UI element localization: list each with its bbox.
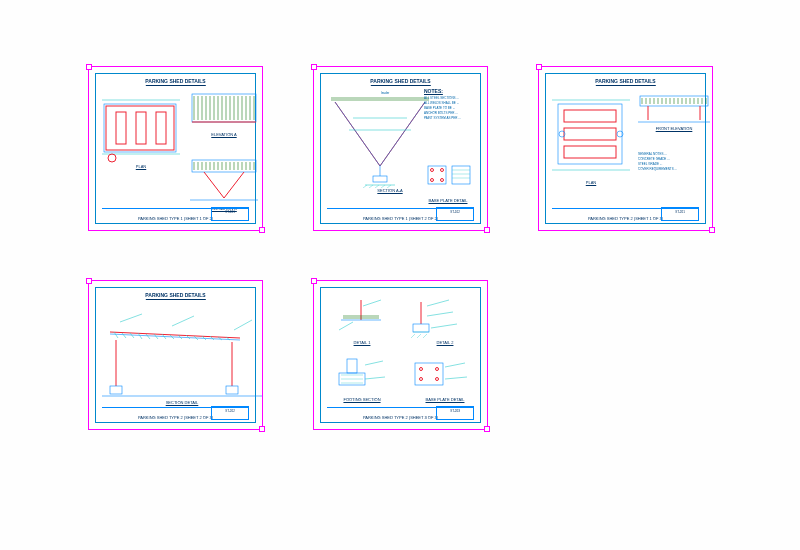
plan-view: PLAN [102,92,180,164]
section-detail-label: SECTION DETAIL [102,400,262,405]
title-block: PARKING SHED TYPE 1 (SHEET 2 OF 2) ST-10… [327,208,474,221]
title-block: PARKING SHED TYPE 2 (SHEET 3 OF 3) ST-20… [327,407,474,420]
drawing-frame: PARKING SHED DETAILS PLAN FRONT ELEVATIO… [545,73,706,224]
detail-2-label: DETAIL 2 [409,340,481,345]
sheet-4: PARKING SHED DETAILS SECTION DETAIL PARK… [88,280,263,430]
svg-line-147 [445,363,465,367]
svg-rect-26 [192,160,256,172]
plan-label: PLAN [552,180,630,185]
svg-rect-1 [104,104,176,152]
sheet-caption: PARKING SHED TYPE 1 (SHEET 1 OF 2) [138,216,213,221]
svg-point-7 [108,154,116,162]
svg-rect-69 [564,146,616,158]
detail-2: DETAIL 2 [409,296,481,345]
drawing-frame: PARKING SHED DETAILS PLAN ELEVATION A EL… [95,73,256,224]
title-block: PARKING SHED TYPE 2 (SHEET 1 OF 3) ST-20… [552,208,699,221]
sheet-caption: PARKING SHED TYPE 2 (SHEET 2 OF 3) [138,415,213,420]
footing-section: FOOTING SECTION [333,357,391,402]
svg-rect-8 [192,94,256,122]
sheet-2: PARKING SHED DETAILS leader SECTION A-A … [313,66,488,231]
sheet-3: PARKING SHED DETAILS PLAN FRONT ELEVATIO… [538,66,713,231]
sheet-1: PARKING SHED DETAILS PLAN ELEVATION A EL… [88,66,263,231]
sheet-caption: PARKING SHED TYPE 2 (SHEET 1 OF 3) [588,216,663,221]
svg-line-133 [427,312,453,316]
detail-1: DETAIL 1 [333,296,391,345]
base-plate-detail: BASE PLATE DETAIL [422,162,474,203]
elevation-a: ELEVATION A [188,90,260,142]
svg-rect-67 [564,110,616,122]
svg-line-132 [427,300,449,306]
sheet-caption: PARKING SHED TYPE 1 (SHEET 2 OF 2) [363,216,438,221]
svg-point-143 [420,368,423,371]
svg-point-60 [431,179,434,182]
svg-line-125 [339,322,353,330]
svg-text:leader: leader [381,91,389,95]
svg-rect-114 [110,386,122,394]
sheet-number: ST-102 [436,207,474,221]
elevation-a-label: ELEVATION A [188,132,260,137]
svg-rect-3 [136,112,146,144]
svg-line-97 [114,332,118,338]
front-elevation: FRONT ELEVATION [638,94,710,134]
section-view: leader SECTION A-A [325,88,435,198]
svg-line-130 [417,334,421,338]
svg-rect-62 [452,166,470,184]
notes-text: ALL STEEL SECTIONS ... ALL WELDS SHALL B… [424,96,474,120]
svg-point-145 [420,378,423,381]
svg-rect-135 [347,359,357,373]
drawing-frame: DETAIL 1 DETAIL 2 FOOTING SECTION BASE P… [320,287,481,423]
svg-line-140 [365,361,383,365]
svg-point-146 [436,378,439,381]
sheet-title: PARKING SHED DETAILS [370,78,430,86]
sheet-number: ST-201 [661,207,699,221]
svg-line-118 [172,316,194,326]
sheet-caption: PARKING SHED TYPE 2 (SHEET 3 OF 3) [363,415,438,420]
sheet-number: ST-202 [211,406,249,420]
sheet-5: DETAIL 1 DETAIL 2 FOOTING SECTION BASE P… [313,280,488,430]
base-plate-label: BASE PLATE DETAIL [422,198,474,203]
notes-block: NOTES: ALL STEEL SECTIONS ... ALL WELDS … [424,88,474,121]
title-block: PARKING SHED TYPE 2 (SHEET 2 OF 3) ST-20… [102,407,249,420]
svg-rect-127 [413,324,429,332]
svg-point-58 [431,169,434,172]
drawing-frame: PARKING SHED DETAILS SECTION DETAIL PARK… [95,287,256,423]
elevation-b: ELEVATION B [188,158,260,214]
sheet-number: ST-203 [436,406,474,420]
svg-rect-68 [564,128,616,140]
svg-point-144 [436,368,439,371]
notes-block: GENERAL NOTES ... CONCRETE GRADE ... STE… [638,152,708,172]
notes-text: GENERAL NOTES ... CONCRETE GRADE ... STE… [638,152,708,171]
svg-line-141 [365,377,385,379]
svg-line-117 [120,314,142,322]
svg-line-131 [423,334,427,338]
plan-view: PLAN [552,94,630,194]
svg-point-61 [441,179,444,182]
front-elevation-label: FRONT ELEVATION [638,126,710,131]
notes-heading: NOTES: [424,88,474,94]
svg-line-124 [363,300,381,306]
sheet-title: PARKING SHED DETAILS [145,292,205,300]
svg-rect-47 [373,176,387,182]
drawing-frame: PARKING SHED DETAILS leader SECTION A-A … [320,73,481,224]
plan-label: PLAN [102,164,180,169]
svg-rect-66 [558,104,622,164]
section-detail: SECTION DETAIL [102,308,262,408]
svg-line-129 [411,334,415,338]
sheet-title: PARKING SHED DETAILS [145,78,205,86]
svg-rect-115 [226,386,238,394]
svg-line-134 [431,324,457,328]
svg-rect-4 [156,112,166,144]
svg-line-148 [445,377,467,379]
svg-rect-142 [415,363,443,385]
svg-line-101 [146,334,150,339]
svg-line-98 [122,333,126,338]
sheet-title: PARKING SHED DETAILS [595,78,655,86]
sheet-number: ST-101 [211,207,249,221]
svg-rect-2 [116,112,126,144]
title-block: PARKING SHED TYPE 1 (SHEET 1 OF 2) ST-10… [102,208,249,221]
svg-point-59 [441,169,444,172]
base-plate-detail: BASE PLATE DETAIL [409,357,481,402]
base-plate-label: BASE PLATE DETAIL [409,397,481,402]
footing-label: FOOTING SECTION [333,397,391,402]
svg-line-99 [130,333,134,338]
